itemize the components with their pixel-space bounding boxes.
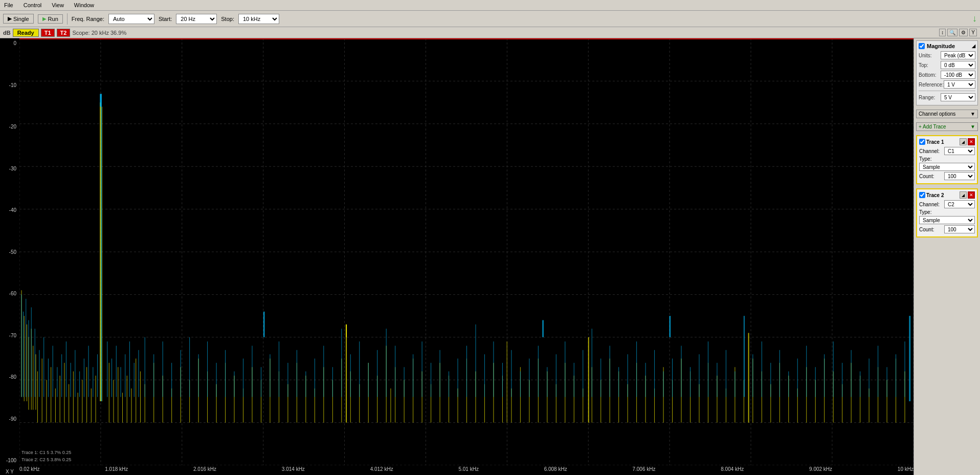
- freq-range-select[interactable]: Auto: [108, 14, 154, 24]
- trace1-channel-row: Channel: C1 C2: [919, 147, 975, 155]
- y-axis: 0 -10 -20 -30 -40 -50 -60 -70 -80 -90 -1…: [0, 38, 19, 465]
- svg-rect-181: [189, 337, 190, 397]
- svg-rect-171: [121, 367, 121, 397]
- svg-rect-211: [458, 359, 458, 397]
- svg-rect-170: [116, 346, 117, 397]
- run-button[interactable]: ▶ Run: [38, 14, 63, 24]
- trace1-count-select[interactable]: 100: [944, 172, 975, 180]
- svg-rect-261: [905, 341, 905, 397]
- trace1-settings-icon[interactable]: ◢: [960, 138, 967, 145]
- svg-rect-199: [350, 354, 351, 397]
- svg-rect-253: [833, 341, 834, 397]
- svg-rect-42: [69, 384, 69, 423]
- single-icon: ▶: [8, 15, 12, 22]
- add-trace-button[interactable]: + Add Trace ▼: [916, 122, 978, 131]
- zoom-icon[interactable]: 🔍: [947, 29, 957, 36]
- units-label: Units:: [919, 53, 932, 58]
- y-label-50: -50: [1, 249, 18, 255]
- trace1-checkbox[interactable]: [919, 139, 925, 145]
- trace1-label: Trace 1: [926, 139, 959, 145]
- units-select[interactable]: Peak (dB): [941, 51, 975, 59]
- trace1-info: Trace 1: C1 5 3.7% 0.25: [21, 449, 71, 456]
- x-label-8: 8.004 kHz: [721, 465, 744, 475]
- status-icon-group: ↕ 🔍 ⚙ Y: [939, 29, 977, 36]
- svg-rect-154: [39, 350, 39, 397]
- stop-select[interactable]: 10 kHz: [238, 14, 279, 24]
- single-button[interactable]: ▶ Single: [3, 14, 34, 24]
- svg-rect-256: [860, 372, 860, 397]
- svg-rect-163: [79, 372, 80, 397]
- trace2-checkbox[interactable]: [919, 192, 925, 198]
- trace1-count-label: Count:: [919, 174, 934, 179]
- svg-rect-226: [592, 329, 592, 397]
- settings-icon[interactable]: ⚙: [959, 29, 968, 36]
- menu-file[interactable]: File: [2, 1, 15, 9]
- svg-rect-203: [386, 329, 387, 397]
- channel-options-button[interactable]: Channel options ▼: [916, 110, 978, 118]
- svg-rect-208: [431, 363, 431, 397]
- svg-rect-246: [770, 363, 771, 397]
- top-label: Top:: [919, 62, 928, 68]
- svg-rect-196: [323, 346, 324, 397]
- svg-rect-222: [556, 354, 556, 397]
- svg-rect-166: [93, 367, 93, 397]
- svg-rect-210: [449, 372, 449, 397]
- svg-rect-164: [84, 359, 84, 397]
- svg-rect-158: [57, 367, 57, 397]
- trace2-type-row: Type:: [919, 209, 975, 215]
- trace1-count-row: Count: 100: [919, 172, 975, 180]
- top-select[interactable]: 0 dB: [941, 61, 975, 69]
- svg-rect-220: [538, 346, 539, 397]
- svg-rect-229: [618, 367, 619, 397]
- trace2-label: Trace 2: [926, 192, 959, 198]
- trace1-channel-select[interactable]: C1 C2: [944, 147, 975, 155]
- y-axis-icon[interactable]: Y: [969, 29, 977, 36]
- magnitude-checkbox[interactable]: [919, 43, 925, 49]
- menu-control[interactable]: Control: [21, 1, 43, 9]
- svg-rect-249: [797, 359, 798, 397]
- svg-rect-237: [690, 367, 691, 397]
- start-select[interactable]: 20 Hz: [176, 14, 217, 24]
- trace2-settings-icon[interactable]: ◢: [960, 191, 967, 199]
- trace1-type-select[interactable]: Sample: [919, 163, 975, 171]
- svg-rect-250: [806, 346, 807, 397]
- menu-view[interactable]: View: [50, 1, 66, 9]
- bottom-label: Bottom:: [919, 72, 936, 78]
- trace1-close-button[interactable]: ✕: [968, 138, 975, 145]
- y-label-70: -70: [1, 333, 18, 338]
- reference-select[interactable]: 1 V: [944, 80, 975, 89]
- svg-rect-53: [127, 376, 127, 423]
- trace2-channel-select[interactable]: C2 C1: [944, 200, 975, 208]
- x-label-10: 10 kHz: [898, 465, 914, 475]
- bottom-select[interactable]: -100 dB: [941, 71, 975, 79]
- svg-rect-258: [878, 346, 878, 397]
- magnitude-settings-icon[interactable]: ◢: [972, 44, 975, 49]
- range-select[interactable]: 5 V: [941, 93, 975, 101]
- svg-rect-265: [543, 320, 544, 337]
- menu-window[interactable]: Window: [72, 1, 96, 9]
- trace2-count-select[interactable]: 100: [944, 225, 975, 233]
- trace2-channel-row: Channel: C2 C1: [919, 200, 975, 208]
- y-label-90: -90: [1, 416, 18, 422]
- zoom-fit-icon[interactable]: ↕: [939, 29, 946, 36]
- svg-rect-169: [112, 359, 112, 397]
- reference-row: Reference: 1 V: [919, 80, 975, 89]
- y-label-20: -20: [1, 124, 18, 129]
- svg-rect-236: [681, 346, 682, 397]
- download-icon[interactable]: ↓: [972, 13, 977, 24]
- svg-rect-241: [726, 350, 726, 397]
- svg-rect-55: [136, 359, 136, 423]
- svg-rect-85: [390, 388, 391, 423]
- x-label-5: 5.01 kHz: [458, 465, 478, 475]
- trace2-close-button[interactable]: ✕: [968, 191, 975, 199]
- units-row: Units: Peak (dB): [919, 51, 975, 59]
- trace2-type-select[interactable]: Sample: [919, 216, 975, 224]
- svg-rect-257: [869, 359, 870, 397]
- svg-rect-29: [24, 316, 25, 401]
- svg-rect-217: [511, 350, 511, 397]
- svg-rect-264: [346, 325, 347, 337]
- run-label: Run: [48, 16, 58, 22]
- svg-rect-239: [708, 341, 708, 397]
- t1-badge: T1: [41, 29, 55, 37]
- svg-rect-189: [261, 367, 261, 397]
